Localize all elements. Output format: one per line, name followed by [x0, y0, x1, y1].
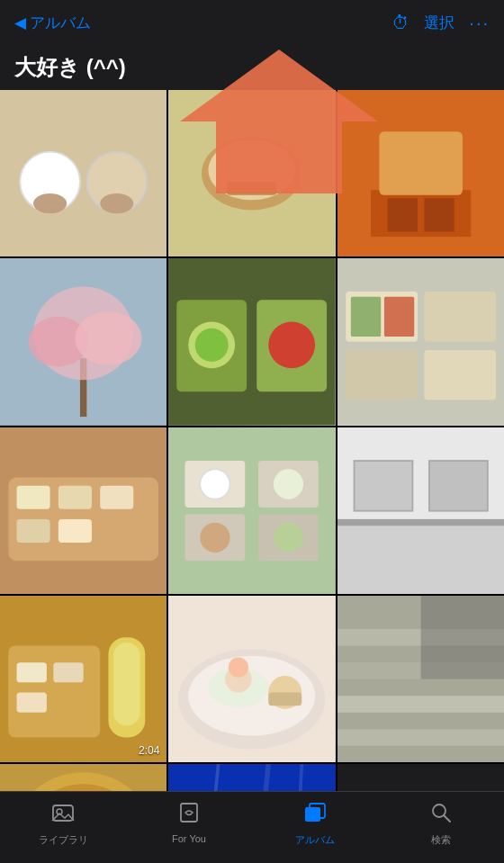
- svg-rect-69: [269, 692, 302, 706]
- svg-point-25: [195, 328, 229, 362]
- tab-for-you[interactable]: For You: [126, 801, 252, 844]
- photo-cell[interactable]: [338, 90, 504, 256]
- search-icon: [429, 801, 453, 831]
- svg-rect-84: [168, 764, 335, 791]
- svg-rect-30: [424, 350, 496, 400]
- header: ◀ アルバム ⏱ 選択 ···: [0, 0, 504, 45]
- library-icon: [51, 801, 75, 831]
- photo-cell[interactable]: [0, 90, 166, 256]
- svg-rect-97: [305, 807, 320, 822]
- photo-grid-container: 2:04: [0, 90, 504, 791]
- svg-point-45: [201, 469, 230, 499]
- photo-cell[interactable]: [0, 427, 166, 594]
- tab-albums-label: アルバム: [295, 833, 335, 847]
- photo-cell[interactable]: [168, 427, 335, 594]
- svg-rect-13: [387, 198, 417, 231]
- tab-search[interactable]: 検索: [378, 801, 504, 847]
- svg-rect-38: [17, 519, 50, 543]
- back-label: アルバム: [30, 13, 91, 33]
- add-photo-button[interactable]: +: [338, 764, 504, 791]
- photo-cell[interactable]: [338, 258, 504, 425]
- photo-cell[interactable]: [168, 596, 335, 762]
- svg-rect-40: [168, 427, 335, 594]
- svg-rect-29: [346, 350, 418, 400]
- svg-rect-96: [181, 804, 197, 822]
- svg-rect-36: [58, 486, 92, 509]
- svg-rect-75: [338, 729, 504, 746]
- back-button[interactable]: ◀ アルバム: [14, 13, 91, 33]
- svg-point-48: [274, 522, 303, 552]
- select-button[interactable]: 選択: [424, 13, 454, 33]
- photo-cell[interactable]: 2:04: [0, 596, 166, 762]
- svg-rect-35: [17, 486, 50, 509]
- svg-rect-39: [58, 519, 92, 543]
- back-chevron-icon: ◀: [14, 13, 26, 32]
- tab-library[interactable]: ライブラリ: [0, 801, 126, 847]
- album-title: 大好き (^^): [14, 53, 126, 82]
- tab-bar: ライブラリ For You アルバム 検索: [0, 791, 504, 863]
- photo-cell[interactable]: [0, 258, 166, 425]
- svg-rect-60: [53, 662, 83, 682]
- more-button[interactable]: ···: [469, 13, 490, 33]
- svg-rect-51: [338, 519, 504, 594]
- svg-point-47: [201, 522, 230, 552]
- tab-albums[interactable]: アルバム: [252, 801, 378, 847]
- add-photo-cell[interactable]: +: [338, 764, 504, 791]
- svg-rect-9: [227, 182, 277, 195]
- svg-rect-32: [384, 297, 414, 337]
- svg-point-19: [75, 312, 141, 365]
- svg-rect-14: [424, 198, 454, 231]
- tab-library-label: ライブラリ: [39, 833, 88, 847]
- photo-cell[interactable]: [168, 258, 335, 425]
- svg-rect-28: [424, 292, 496, 342]
- tab-for-you-label: For You: [172, 833, 206, 844]
- svg-point-5: [100, 193, 133, 213]
- svg-rect-56: [8, 646, 100, 738]
- tab-search-label: 検索: [431, 833, 451, 847]
- svg-rect-94: [53, 805, 73, 821]
- svg-rect-58: [113, 643, 140, 726]
- svg-line-100: [444, 815, 450, 822]
- svg-rect-74: [338, 696, 504, 713]
- svg-rect-59: [17, 662, 47, 682]
- svg-rect-31: [350, 297, 380, 337]
- photo-cell[interactable]: [168, 90, 335, 256]
- video-duration: 2:04: [139, 744, 159, 757]
- header-actions: ⏱ 選択 ···: [392, 13, 490, 33]
- albums-icon: [303, 801, 327, 831]
- svg-rect-61: [17, 692, 47, 712]
- svg-rect-76: [420, 596, 504, 679]
- svg-point-67: [229, 658, 248, 678]
- svg-rect-54: [338, 519, 504, 526]
- svg-point-46: [274, 469, 303, 499]
- svg-point-4: [33, 193, 67, 213]
- svg-rect-52: [354, 461, 412, 511]
- svg-rect-53: [429, 461, 488, 511]
- album-title-bar: 大好き (^^): [0, 45, 504, 90]
- photo-cell[interactable]: 0:07: [0, 764, 166, 791]
- for-you-icon: [177, 801, 201, 831]
- svg-rect-12: [379, 131, 463, 194]
- photo-cell[interactable]: [338, 427, 504, 594]
- photo-grid: 2:04: [0, 90, 504, 791]
- photo-cell[interactable]: [338, 596, 504, 762]
- svg-point-24: [269, 322, 316, 369]
- photo-cell[interactable]: [168, 764, 335, 791]
- share-icon[interactable]: ⏱: [392, 13, 410, 33]
- svg-rect-37: [100, 486, 133, 509]
- svg-rect-11: [371, 190, 471, 237]
